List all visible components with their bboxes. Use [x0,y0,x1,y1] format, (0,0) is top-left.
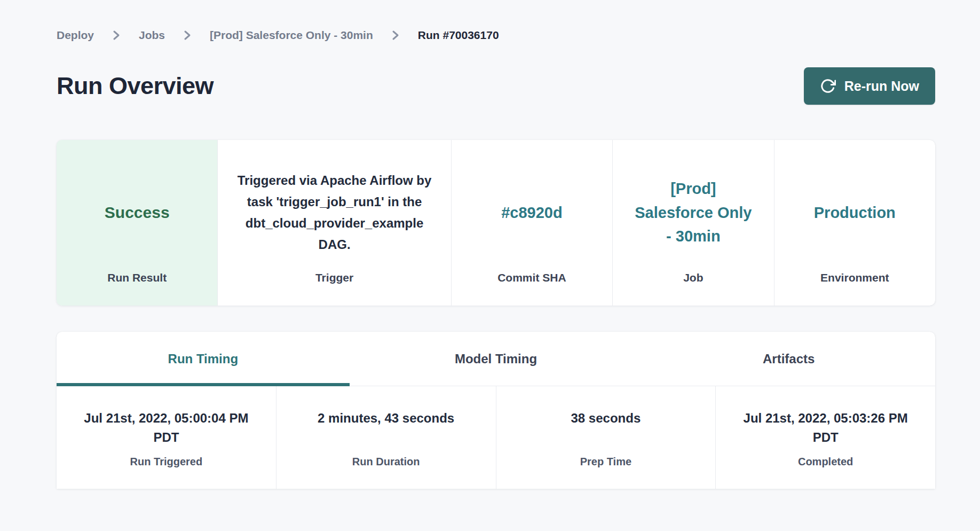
prep-time-label: Prep Time [496,456,716,468]
tab-model-timing[interactable]: Model Timing [350,332,643,386]
run-overview-page: Deploy Jobs [Prod] Salesforce Only - 30m… [57,0,935,489]
breadcrumb-item-run-number: Run #70036170 [418,29,499,42]
run-duration-label: Run Duration [276,456,496,468]
breadcrumb-item-deploy[interactable]: Deploy [57,29,94,42]
tab-run-timing-label: Run Timing [168,352,239,366]
run-result-value: Success [105,200,170,225]
run-triggered-label: Run Triggered [57,456,276,468]
prep-time-cell: 38 seconds Prep Time [496,386,716,489]
job-value-wrap: [Prod] Salesforce Only - 30min [613,140,773,271]
environment-link[interactable]: Production [814,201,896,225]
commit-sha-label: Commit SHA [452,271,612,306]
prep-time-value: 38 seconds [496,409,716,456]
refresh-clockwise-icon [820,78,836,94]
environment-card: Production Environment [774,140,935,306]
run-triggered-cell: Jul 21st, 2022, 05:00:04 PM PDT Run Trig… [57,386,276,489]
page-title: Run Overview [57,72,214,100]
completed-label: Completed [716,456,935,468]
chevron-right-icon [391,29,400,42]
environment-label: Environment [774,271,935,306]
chevron-right-icon [183,29,192,42]
tab-artifacts-label: Artifacts [763,352,815,366]
breadcrumb-item-job-name[interactable]: [Prod] Salesforce Only - 30min [210,29,373,42]
breadcrumb-item-jobs[interactable]: Jobs [139,29,165,42]
run-timing-panel: Run Timing Model Timing Artifacts Jul 21… [57,332,935,489]
run-triggered-value: Jul 21st, 2022, 05:00:04 PM PDT [57,409,276,456]
trigger-value-wrap: Triggered via Apache Airflow by task 'tr… [218,140,451,271]
title-row: Run Overview Re-run Now [57,67,935,105]
job-label: Job [613,271,773,306]
job-link[interactable]: [Prod] Salesforce Only - 30min [634,177,753,249]
tab-run-timing[interactable]: Run Timing [57,332,350,386]
breadcrumb: Deploy Jobs [Prod] Salesforce Only - 30m… [57,29,935,42]
chevron-right-icon [112,29,121,42]
trigger-label: Trigger [218,271,451,306]
rerun-now-button[interactable]: Re-run Now [804,67,935,105]
run-duration-value: 2 minutes, 43 seconds [276,409,496,456]
completed-value: Jul 21st, 2022, 05:03:26 PM PDT [716,409,935,456]
trigger-card: Triggered via Apache Airflow by task 'tr… [217,140,451,306]
rerun-now-button-label: Re-run Now [844,79,919,94]
trigger-value: Triggered via Apache Airflow by task 'tr… [230,170,439,255]
completed-cell: Jul 21st, 2022, 05:03:26 PM PDT Complete… [715,386,935,489]
environment-value-wrap: Production [774,140,935,271]
run-result-label: Run Result [57,271,217,306]
job-card: [Prod] Salesforce Only - 30min Job [612,140,773,306]
run-result-card: Success Run Result [57,140,217,306]
run-timing-cells: Jul 21st, 2022, 05:00:04 PM PDT Run Trig… [57,386,935,489]
run-result-value-wrap: Success [57,140,217,271]
tab-model-timing-label: Model Timing [455,352,537,366]
tab-artifacts[interactable]: Artifacts [642,332,935,386]
run-summary-cards: Success Run Result Triggered via Apache … [57,140,935,306]
commit-sha-card: #c8920d Commit SHA [451,140,612,306]
commit-sha-value-wrap: #c8920d [452,140,612,271]
run-duration-cell: 2 minutes, 43 seconds Run Duration [276,386,496,489]
active-tab-underline [57,383,350,386]
commit-sha-link[interactable]: #c8920d [501,201,563,225]
timing-tabs: Run Timing Model Timing Artifacts [57,332,935,386]
